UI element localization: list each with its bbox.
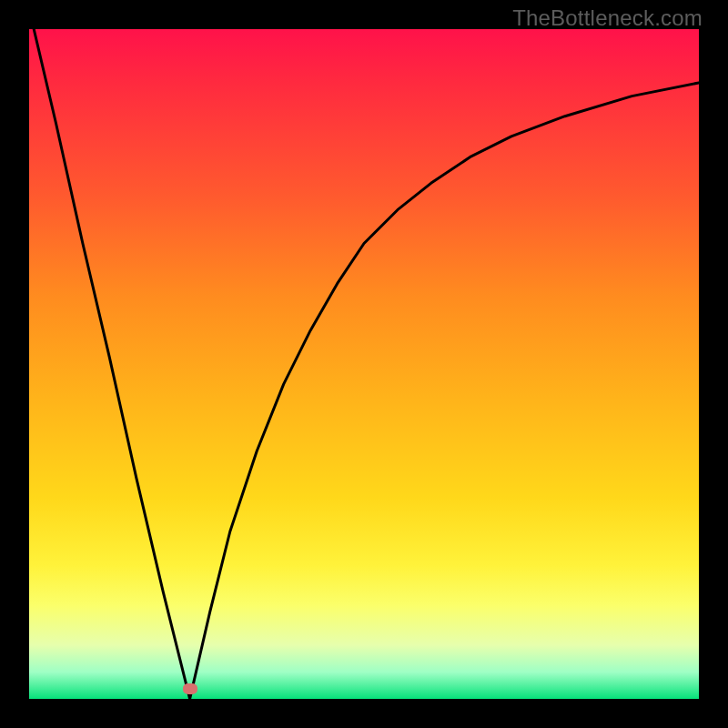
optimal-point-marker (183, 683, 197, 694)
plot-area (29, 29, 699, 699)
bottleneck-curve (29, 29, 699, 699)
chart-frame: TheBottleneck.com (0, 0, 728, 728)
watermark-text: TheBottleneck.com (512, 5, 703, 31)
